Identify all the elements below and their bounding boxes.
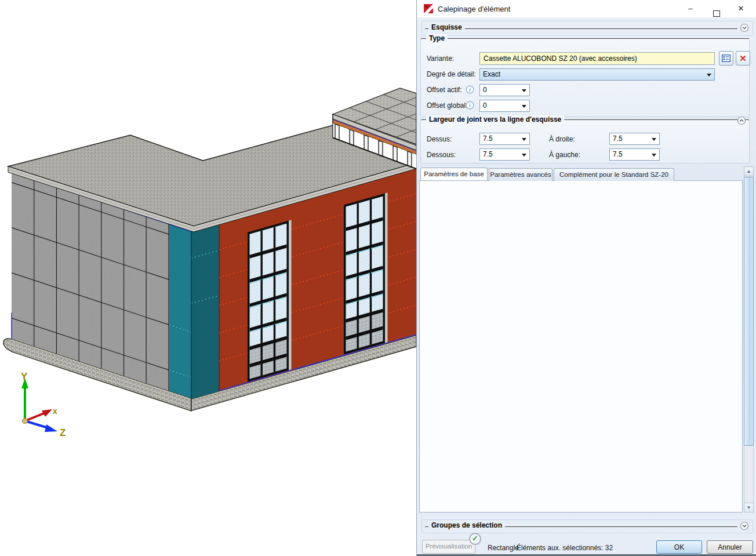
- largeur-label: Largeur de joint vers la ligne d'esquiss…: [426, 115, 564, 123]
- degre-label: Degré de détail:: [427, 70, 476, 78]
- variante-delete-button[interactable]: ✕: [736, 51, 750, 66]
- title-bar[interactable]: Calepinage d'élément – ✕: [417, 0, 756, 17]
- groupes-label: Groupes de sélection: [428, 521, 505, 529]
- previsualisation-button[interactable]: Prévisualisation: [422, 540, 475, 554]
- dessus-select[interactable]: 7.5: [479, 133, 530, 145]
- cancel-button[interactable]: Annuler: [707, 540, 753, 554]
- dropdown-arrow-icon: [522, 154, 526, 157]
- window-strip-2: [344, 192, 388, 354]
- offset-actif-select[interactable]: 0: [479, 84, 530, 96]
- degre-value: Exact: [483, 70, 500, 78]
- window-strip-1: [248, 220, 292, 381]
- esquisse-rule: [425, 28, 737, 29]
- teal-corner-left-face: [169, 223, 191, 398]
- tab-parametres-de-base[interactable]: Paramètres de base: [420, 168, 488, 180]
- dropdown-arrow-icon: [652, 138, 656, 141]
- tab-label: Paramètres avancés: [490, 171, 551, 178]
- ok-label: OK: [674, 541, 684, 551]
- variante-label: Variante:: [427, 54, 454, 63]
- axis-origin: [23, 419, 28, 424]
- gauche-label: À gauche:: [549, 151, 580, 159]
- degre-select[interactable]: Exact: [479, 68, 715, 81]
- window-title: Calepinage d'élément: [438, 5, 510, 13]
- droite-label: À droite:: [549, 135, 575, 143]
- droite-value: 7.5: [613, 135, 623, 143]
- dialog-calepinage: Calepinage d'élément – ✕ Esquisse Type V…: [416, 0, 756, 556]
- dropdown-arrow-icon: [522, 138, 526, 141]
- model-viewport: Y x Z: [0, 0, 416, 556]
- dropdown-arrow-icon: [707, 74, 711, 77]
- variante-list-button[interactable]: [719, 51, 733, 66]
- chevron-down-icon[interactable]: [740, 521, 749, 530]
- chevron-down-icon[interactable]: [740, 23, 749, 32]
- offset-actif-label: Offset actif:: [427, 86, 461, 94]
- check-icon: ✓: [472, 534, 478, 543]
- scrollbar-thumb[interactable]: [744, 177, 754, 446]
- screenshot-root: Y x Z Calepinage d'élément – ✕ Esquisse: [0, 0, 756, 556]
- scroll-up-button[interactable]: ▲: [744, 166, 754, 176]
- offset-global-select[interactable]: 0: [479, 100, 530, 112]
- gauche-select[interactable]: 7.5: [609, 148, 660, 161]
- variante-field[interactable]: Cassette ALUCOBOND SZ 20 (avec accessoir…: [479, 52, 715, 65]
- offset-actif-value: 0: [483, 86, 487, 94]
- teal-corner-right-face: [191, 224, 219, 399]
- z-axis-label: Z: [60, 427, 66, 438]
- dropdown-arrow-icon: [652, 154, 656, 157]
- tab-label: Paramètres de base: [424, 170, 484, 177]
- chevron-up-icon[interactable]: [737, 116, 746, 125]
- dessus-label: Dessus:: [427, 135, 452, 143]
- scroll-down-button[interactable]: ▼: [744, 503, 754, 513]
- preview-check-badge: ✓: [469, 533, 481, 545]
- close-button[interactable]: ✕: [732, 4, 750, 14]
- offset-global-label: Offset global:: [427, 101, 468, 110]
- selection-count-label: Éléments aux. sélectionnés: 32: [517, 544, 613, 552]
- section-esquisse: Esquisse: [421, 21, 753, 36]
- minimize-button[interactable]: –: [682, 4, 699, 14]
- tab-content-panel: [419, 180, 743, 513]
- tab-complement-sz20[interactable]: Complément pour le Standard SZ-20: [554, 168, 674, 181]
- offset-global-value: 0: [483, 101, 487, 110]
- tab-parametres-avances[interactable]: Paramètres avancés: [489, 168, 553, 181]
- svg-text:i: i: [469, 102, 471, 108]
- x-axis-label: x: [53, 406, 57, 416]
- dessous-select[interactable]: 7.5: [479, 148, 530, 161]
- maximize-button[interactable]: [707, 4, 725, 14]
- ok-button[interactable]: OK: [656, 540, 702, 554]
- type-label: Type: [426, 34, 448, 42]
- dessus-value: 7.5: [483, 135, 493, 143]
- up-arrow-icon: ▲: [747, 169, 751, 174]
- down-arrow-icon: ▼: [747, 505, 751, 510]
- section-groupes: Groupes de sélection: [421, 519, 753, 533]
- y-axis-label: Y: [21, 371, 28, 382]
- app-icon: [424, 4, 433, 13]
- dessous-label: Dessous:: [427, 151, 456, 159]
- dessous-value: 7.5: [483, 150, 493, 158]
- esquisse-label: Esquisse: [428, 23, 465, 31]
- gauche-value: 7.5: [613, 150, 623, 158]
- tool-mode-label: Rectangle: [488, 544, 519, 552]
- list-icon: [722, 54, 730, 62]
- info-icon: i: [466, 101, 474, 110]
- droite-select[interactable]: 7.5: [609, 133, 660, 145]
- dropdown-arrow-icon: [522, 105, 526, 108]
- maximize-icon: [713, 10, 720, 17]
- red-x-icon: ✕: [739, 53, 747, 63]
- previsualisation-label: Prévisualisation: [426, 540, 472, 550]
- tab-label: Complément pour le Standard SZ-20: [559, 171, 668, 178]
- group-largeur: [420, 119, 750, 163]
- info-icon: i: [466, 85, 474, 94]
- cancel-label: Annuler: [718, 541, 742, 551]
- dropdown-arrow-icon: [522, 89, 526, 92]
- svg-text:i: i: [469, 86, 471, 93]
